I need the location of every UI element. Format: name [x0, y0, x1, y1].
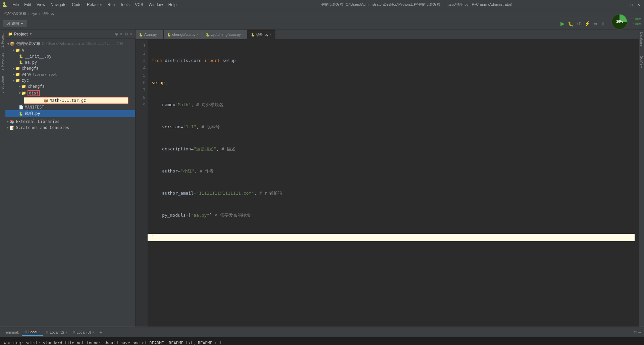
bottom-tab-local-3[interactable]: ⊞ Local (3) × — [70, 329, 97, 336]
tree-item-label: aa.py — [25, 60, 37, 65]
debug-button[interactable]: 🐛 — [567, 20, 574, 27]
tree-folder-zyc[interactable]: ▼ 📁 zyc — [5, 77, 135, 83]
menu-window[interactable]: Window — [146, 2, 166, 8]
stop-button[interactable]: ⏸ — [600, 20, 606, 27]
code-line-9: ) — [148, 234, 635, 241]
chevron-right-icon: ► — [7, 120, 9, 123]
tree-external-libraries[interactable]: ► 📚 External Libraries — [5, 119, 135, 125]
tree-item-label: zyc — [21, 78, 29, 83]
tree-file-tarball[interactable]: 📦 Math-1.1.tar.gz — [24, 97, 128, 104]
py-file-icon: 🐍 — [19, 112, 23, 116]
locate-icon[interactable]: ⊕ — [115, 32, 118, 37]
line-numbers: 123456789 — [136, 40, 148, 327]
tree-folder-chengfa[interactable]: ► 📁 chengfa — [5, 65, 135, 71]
bottom-tab-local[interactable]: ⊞ Local × — [22, 329, 43, 336]
menu-vcs[interactable]: VCS — [132, 2, 146, 8]
forward-button[interactable]: ⇒ — [593, 20, 598, 27]
minimize-button[interactable]: ─ — [621, 1, 627, 8]
tab-close-icon[interactable]: × — [242, 33, 244, 36]
close-button[interactable]: × — [635, 1, 642, 8]
tab-label: zyc\chengfa\aa.py — [211, 32, 241, 37]
tab-chengfa-aa[interactable]: 🐍 chengfa\aa.py × — [164, 30, 202, 39]
rerun-button[interactable]: ↺ — [576, 20, 582, 27]
tree-folder-venv[interactable]: ► 📁 venv library root — [5, 71, 135, 77]
terminal-line-warning: warning: sdist: standard file not found:… — [4, 340, 640, 345]
terminal-settings-icon[interactable]: ⚙ — [633, 330, 637, 335]
menu-code[interactable]: Code — [69, 2, 84, 8]
project-root-icon: 📦 — [10, 42, 15, 46]
settings-gear-icon[interactable]: ⚙ — [124, 32, 128, 37]
breadcrumb-item-file[interactable]: 说明.py — [42, 11, 55, 16]
add-terminal-button[interactable]: + — [98, 330, 103, 335]
maximize-button[interactable]: □ — [628, 1, 635, 8]
breadcrumb-item-root[interactable]: 包的安装发布 — [4, 11, 26, 16]
menu-tools[interactable]: Tools — [117, 2, 132, 8]
terminal-label: Terminal: — [1, 329, 22, 336]
tab-close-icon[interactable]: × — [39, 330, 40, 334]
sidebar-label-structure[interactable]: 3: Structure — [0, 73, 5, 96]
coverage-button[interactable]: ⚡ — [584, 20, 591, 27]
menu-navigate[interactable]: Navigate — [48, 2, 69, 8]
tree-scratches[interactable]: ► 📝 Scratches and Consoles — [5, 125, 135, 131]
tree-folder-a[interactable]: ▼ 📁 A — [5, 47, 135, 53]
tab-close-icon[interactable]: × — [197, 33, 199, 36]
py-file-icon: 🐍 — [19, 54, 23, 59]
file-tree: ▼ 📦 包的安装发布 C:\Users\Administrator\Deskto… — [5, 39, 135, 327]
menu-help[interactable]: Help — [166, 2, 179, 8]
tab-label: Local — [29, 330, 37, 334]
breadcrumb-item-zyc[interactable]: zyc — [32, 12, 37, 16]
sidebar-label-favorites[interactable]: 2: Favorites — [0, 50, 5, 73]
app-icon: 🐍 — [2, 2, 8, 7]
terminal-minimize-icon[interactable]: ─ — [638, 330, 641, 335]
code-content[interactable]: from distutils.core import setup setup( … — [148, 40, 639, 327]
tab-shuoming[interactable]: 🐍 说明.py × — [248, 30, 275, 39]
tab-aa[interactable]: 🐍 A\aa.py × — [136, 30, 164, 39]
close-panel-icon[interactable]: × — [130, 32, 132, 37]
tree-folder-zyc-chengfa[interactable]: ► 📁 chengfa — [5, 83, 135, 89]
chevron-down-icon: ▼ — [20, 22, 23, 25]
tree-file-manifest[interactable]: 📄 MANIFEST — [5, 104, 135, 110]
breadcrumb-sep-2: › — [39, 12, 40, 16]
archive-icon: 📦 — [44, 98, 48, 103]
editor-area: 🐍 A\aa.py × 🐍 chengfa\aa.py × 🐍 zyc\chen… — [136, 29, 639, 327]
tab-close-icon[interactable]: × — [65, 331, 67, 334]
tab-zyc-chengfa-aa[interactable]: 🐍 zyc\chengfa\aa.py × — [202, 30, 248, 39]
project-root-name: 包的安装发布 — [16, 41, 40, 47]
menu-run[interactable]: Run — [105, 2, 117, 8]
menu-file[interactable]: File — [10, 2, 21, 8]
code-editor[interactable]: 123456789 from distutils.core import set… — [136, 40, 639, 327]
sidebar-label-project[interactable]: 1: Project — [0, 31, 5, 50]
tree-folder-dist[interactable]: ▼ 📁 dist — [5, 89, 135, 97]
branch-selector[interactable]: ⎇ 说明 ▼ — [3, 20, 27, 27]
sidebar-label-database[interactable]: Database — [640, 31, 643, 48]
menu-view[interactable]: View — [34, 2, 48, 8]
menu-edit[interactable]: Edit — [21, 2, 34, 8]
tree-file-shuoming[interactable]: 🐍 说明.py — [5, 110, 135, 117]
tree-item-label: chengfa — [28, 84, 45, 89]
chevron-down-icon: ▼ — [7, 42, 9, 46]
run-button[interactable]: ▶ — [560, 20, 565, 27]
sidebar-label-sciview[interactable]: SciView — [640, 55, 643, 69]
tree-file-aa[interactable]: 🐍 aa.py — [5, 59, 135, 65]
project-actions: ⊕ ≡ ⚙ × — [115, 32, 132, 37]
project-panel-header: 📁 Project ▼ ⊕ ≡ ⚙ × — [5, 29, 135, 39]
tree-item-label: dist — [28, 90, 40, 96]
cpu-circle: 26% — [611, 14, 628, 30]
tree-item-label: chengfa — [21, 66, 39, 71]
expand-all-icon[interactable]: ≡ — [120, 32, 122, 37]
tree-file-init[interactable]: 🐍 __init__.py — [5, 53, 135, 59]
tree-item-label: __init__.py — [25, 54, 51, 59]
branch-label: 说明 — [12, 21, 19, 26]
tab-label: Local (3) — [76, 330, 91, 334]
chevron-down-icon: ▼ — [13, 79, 14, 82]
library-root-badge: library root — [33, 73, 57, 76]
tab-label: Local (2) — [50, 330, 64, 334]
tab-close-icon[interactable]: × — [270, 33, 272, 37]
bottom-tab-local-2[interactable]: ⊞ Local (2) × — [43, 329, 70, 336]
tab-close-icon[interactable]: × — [158, 33, 160, 36]
tab-close-icon[interactable]: × — [92, 331, 94, 334]
menu-refactor[interactable]: Refactor — [84, 2, 105, 8]
chevron-down-icon: ▼ — [19, 91, 20, 95]
py-icon: 🐍 — [251, 33, 255, 37]
tree-root[interactable]: ▼ 📦 包的安装发布 C:\Users\Administrator\Deskto… — [5, 40, 135, 47]
